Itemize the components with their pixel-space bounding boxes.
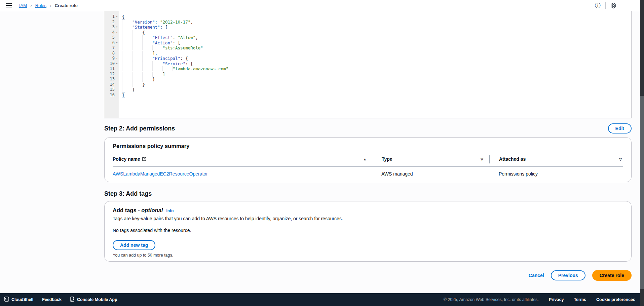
no-tags-text: No tags associated with the resource. bbox=[113, 228, 623, 233]
nav-divider bbox=[605, 2, 606, 9]
code-line: 13 } bbox=[104, 77, 631, 82]
code-line: 4▾ { bbox=[104, 30, 631, 35]
mobile-app-label: Console Mobile App bbox=[77, 297, 117, 302]
code-text: "Statement": [ bbox=[119, 25, 167, 30]
previous-button[interactable]: Previous bbox=[551, 270, 585, 280]
line-number: 2 bbox=[104, 20, 119, 25]
mobile-phone-download-icon bbox=[70, 297, 75, 303]
code-text: } bbox=[119, 82, 145, 87]
code-line: 5 "Effect": "Allow", bbox=[104, 35, 631, 40]
code-text: "Principal": { bbox=[119, 56, 188, 61]
chevron-right-icon: › bbox=[50, 3, 51, 8]
code-text: } bbox=[119, 77, 155, 82]
fold-arrow-icon[interactable]: ▾ bbox=[115, 56, 119, 61]
line-number: 14 bbox=[104, 82, 119, 87]
code-line: 10▾ "Service": [ bbox=[104, 61, 631, 67]
trust-policy-json-editor[interactable]: 1▾{2 "Version": "2012-10-17",3▾ "Stateme… bbox=[104, 11, 632, 118]
vertical-scrollbar[interactable] bbox=[640, 0, 644, 306]
line-number: 16 bbox=[104, 92, 119, 98]
code-text: ], bbox=[119, 51, 157, 56]
code-line: 1▾{ bbox=[104, 14, 631, 20]
settings-hexagon-icon[interactable] bbox=[610, 2, 616, 9]
column-header-attached-as[interactable]: Attached as ▽ bbox=[489, 155, 623, 163]
line-number: 4▾ bbox=[104, 30, 119, 35]
nav-right-icons: ⓘ bbox=[595, 2, 638, 9]
code-line: 9▾ "Principal": { bbox=[104, 56, 631, 61]
breadcrumb-roles[interactable]: Roles bbox=[35, 3, 46, 8]
line-number: 12 bbox=[104, 72, 119, 77]
external-link-icon bbox=[142, 157, 146, 161]
cancel-button[interactable]: Cancel bbox=[529, 273, 544, 278]
line-number: 6▾ bbox=[104, 40, 119, 46]
line-number: 5 bbox=[104, 35, 119, 40]
step2-header-row: Step 2: Add permissions Edit bbox=[104, 123, 632, 134]
copyright-text: © 2025, Amazon Web Services, Inc. or its… bbox=[444, 297, 539, 302]
permissions-policy-summary-card: Permissions policy summary Policy name ▲… bbox=[104, 137, 632, 182]
policy-editor-lines: 1▾{2 "Version": "2012-10-17",3▾ "Stateme… bbox=[104, 11, 631, 98]
breadcrumb: IAM › Roles › Create role bbox=[19, 3, 78, 8]
wizard-actions: Cancel Previous Create role bbox=[104, 270, 632, 281]
line-number: 7 bbox=[104, 45, 119, 51]
info-link[interactable]: Info bbox=[166, 208, 174, 213]
line-number: 10▾ bbox=[104, 61, 119, 67]
column-label: Attached as bbox=[499, 156, 526, 162]
cookie-preferences-link[interactable]: Cookie preferences bbox=[596, 297, 635, 302]
code-text: { bbox=[119, 14, 125, 20]
code-line: 3▾ "Statement": [ bbox=[104, 25, 631, 30]
code-line: 14 } bbox=[104, 82, 631, 87]
fold-arrow-icon[interactable]: ▾ bbox=[115, 61, 119, 67]
privacy-link[interactable]: Privacy bbox=[549, 297, 564, 302]
fold-arrow-icon[interactable]: ▾ bbox=[115, 25, 119, 30]
footer-left: CloudShell Feedback Console Mobile App bbox=[4, 297, 117, 303]
column-label: Type bbox=[382, 156, 392, 162]
step2-heading: Step 2: Add permissions bbox=[104, 125, 608, 132]
code-line: 2 "Version": "2012-10-17", bbox=[104, 20, 631, 25]
add-new-tag-button[interactable]: Add new tag bbox=[113, 240, 155, 250]
column-header-type[interactable]: Type ▽ bbox=[372, 155, 489, 163]
breadcrumb-iam[interactable]: IAM bbox=[19, 3, 27, 8]
console-mobile-app-button[interactable]: Console Mobile App bbox=[70, 297, 117, 303]
sortable-icon: ▽ bbox=[619, 157, 623, 161]
cloudshell-label: CloudShell bbox=[11, 297, 33, 302]
tags-description: Tags are key-value pairs that you can ad… bbox=[113, 216, 623, 221]
fold-arrow-icon[interactable]: ▾ bbox=[115, 40, 119, 46]
line-number: 3▾ bbox=[104, 25, 119, 30]
feedback-label: Feedback bbox=[42, 297, 62, 302]
footer-right: © 2025, Amazon Web Services, Inc. or its… bbox=[444, 297, 635, 302]
code-line: 15 ] bbox=[104, 87, 631, 92]
tags-limit-hint: You can add up to 50 more tags. bbox=[113, 253, 623, 258]
line-number: 8 bbox=[104, 51, 119, 56]
code-line: 12 ] bbox=[104, 72, 631, 77]
policy-type-value: AWS managed bbox=[372, 171, 489, 177]
code-text: "Service": [ bbox=[119, 61, 193, 67]
sort-ascending-icon: ▲ bbox=[363, 157, 372, 161]
edit-permissions-button[interactable]: Edit bbox=[608, 123, 632, 133]
add-tags-card: Add tags - optional Info Tags are key-va… bbox=[104, 201, 632, 262]
cloudshell-button[interactable]: CloudShell bbox=[4, 297, 33, 303]
terms-link[interactable]: Terms bbox=[574, 297, 586, 302]
code-line: 16} bbox=[104, 92, 631, 98]
line-number: 11 bbox=[104, 66, 119, 72]
table-header: Policy name ▲ Type ▽ Attached as ▽ bbox=[113, 155, 623, 167]
code-text: "Version": "2012-10-17", bbox=[119, 20, 193, 25]
line-number: 9▾ bbox=[104, 56, 119, 61]
code-line: 7 "sts:AssumeRole" bbox=[104, 45, 631, 51]
optional-label: optional bbox=[141, 207, 163, 213]
info-circle-icon[interactable]: ⓘ bbox=[595, 3, 601, 8]
create-role-button[interactable]: Create role bbox=[592, 270, 632, 281]
fold-arrow-icon[interactable]: ▾ bbox=[115, 30, 119, 35]
permissions-card-title: Permissions policy summary bbox=[113, 143, 623, 149]
chevron-right-icon: › bbox=[30, 3, 32, 8]
fold-arrow-icon[interactable]: ▾ bbox=[115, 14, 119, 20]
sortable-icon: ▽ bbox=[481, 157, 489, 161]
column-header-policy-name[interactable]: Policy name ▲ bbox=[113, 156, 372, 162]
scrollbar-thumb[interactable] bbox=[640, 96, 644, 289]
step3-heading: Step 3: Add tags bbox=[104, 190, 152, 197]
feedback-button[interactable]: Feedback bbox=[42, 297, 62, 302]
hamburger-menu-icon[interactable] bbox=[6, 3, 12, 8]
code-line: 11 "lambda.amazonaws.com" bbox=[104, 66, 631, 72]
policy-name-link[interactable]: AWSLambdaManagedEC2ResourceOperator bbox=[113, 171, 208, 177]
breadcrumb-current: Create role bbox=[55, 3, 78, 8]
top-navigation: IAM › Roles › Create role ⓘ bbox=[0, 0, 644, 11]
code-text: { bbox=[119, 30, 145, 35]
